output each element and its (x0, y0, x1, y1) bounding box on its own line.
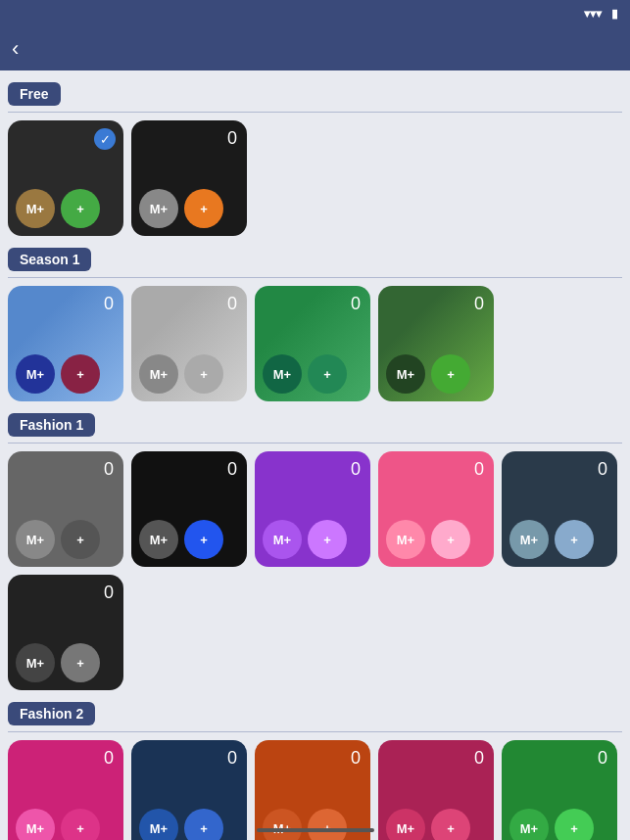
theme-card-f2-5[interactable]: 0M++ (502, 740, 617, 840)
btn-memory-free-1[interactable]: M+ (16, 189, 55, 228)
btn-add-f2-5[interactable]: + (555, 809, 594, 840)
theme-count-f1-3: 0 (351, 459, 361, 480)
btn-add-f2-3[interactable]: + (308, 809, 347, 840)
divider-fashion2 (8, 731, 622, 732)
btn-add-free-1[interactable]: + (61, 189, 100, 228)
btn-memory-f1-6[interactable]: M+ (16, 643, 55, 682)
theme-card-f2-2[interactable]: 0M++ (131, 740, 247, 840)
btn-memory-season-1[interactable]: M+ (16, 354, 55, 394)
btn-add-f1-1[interactable]: + (61, 520, 100, 559)
buttons-f1-6: M++ (16, 643, 116, 682)
theme-count-season-2: 0 (227, 294, 237, 314)
theme-card-f1-3[interactable]: 0M++ (255, 451, 370, 567)
theme-grid-season1: 0M++0M++0M++0M++ (8, 286, 622, 401)
btn-memory-season-2[interactable]: M+ (139, 354, 178, 394)
theme-card-season-2[interactable]: 0M++ (131, 286, 247, 401)
btn-add-f1-2[interactable]: + (184, 520, 223, 559)
btn-add-f1-5[interactable]: + (555, 520, 594, 559)
btn-memory-season-4[interactable]: M+ (386, 354, 425, 394)
btn-memory-f1-3[interactable]: M+ (263, 520, 302, 559)
btn-memory-f2-4[interactable]: M+ (386, 809, 425, 840)
theme-count-f1-6: 0 (104, 583, 114, 603)
buttons-f2-5: M++ (509, 809, 609, 840)
buttons-f1-3: M++ (263, 520, 363, 559)
btn-add-season-3[interactable]: + (308, 354, 347, 394)
theme-card-f2-3[interactable]: 0M++ (255, 740, 370, 840)
buttons-free-1: M++ (16, 189, 116, 228)
buttons-f1-5: M++ (509, 520, 609, 559)
buttons-f1-4: M++ (386, 520, 486, 559)
theme-count-season-1: 0 (104, 294, 114, 314)
divider-fashion1 (8, 443, 622, 443)
wifi-icon: ▾▾▾ (584, 7, 602, 21)
theme-grid-free: ✓M++0M++ (8, 120, 622, 236)
buttons-f1-1: M++ (16, 520, 116, 559)
buttons-f2-2: M++ (139, 809, 239, 840)
btn-add-season-2[interactable]: + (184, 354, 223, 394)
theme-card-season-1[interactable]: 0M++ (8, 286, 123, 401)
theme-card-f1-6[interactable]: 0M++ (8, 575, 123, 690)
theme-count-season-3: 0 (351, 294, 361, 314)
buttons-free-2: M++ (139, 189, 239, 228)
divider-free (8, 112, 622, 113)
nav-bar: ‹ (0, 27, 630, 70)
btn-add-f2-4[interactable]: + (431, 809, 470, 840)
theme-card-f1-5[interactable]: 0M++ (502, 451, 617, 567)
btn-add-f1-4[interactable]: + (431, 520, 470, 559)
theme-count-f2-3: 0 (351, 748, 361, 769)
btn-add-f2-1[interactable]: + (61, 809, 100, 840)
buttons-season-4: M++ (386, 354, 486, 394)
theme-count-f1-2: 0 (227, 459, 237, 480)
btn-add-free-2[interactable]: + (184, 189, 223, 228)
btn-add-season-4[interactable]: + (431, 354, 470, 394)
buttons-f1-2: M++ (139, 520, 239, 559)
theme-card-f2-4[interactable]: 0M++ (378, 740, 494, 840)
btn-add-f1-3[interactable]: + (308, 520, 347, 559)
buttons-f2-3: M++ (263, 809, 363, 840)
section-label-fashion2: Fashion 2 (8, 702, 95, 725)
theme-card-f1-2[interactable]: 0M++ (131, 451, 247, 567)
btn-memory-f2-1[interactable]: M+ (16, 809, 55, 840)
btn-memory-f2-2[interactable]: M+ (139, 809, 178, 840)
btn-add-f1-6[interactable]: + (61, 643, 100, 682)
btn-memory-f1-4[interactable]: M+ (386, 520, 425, 559)
theme-count-f1-4: 0 (474, 459, 484, 480)
theme-card-free-2[interactable]: 0M++ (131, 120, 247, 236)
buttons-f2-1: M++ (16, 809, 116, 840)
theme-count-f1-1: 0 (104, 459, 114, 480)
divider-season1 (8, 277, 622, 278)
theme-card-f1-1[interactable]: 0M++ (8, 451, 123, 567)
theme-count-f2-2: 0 (227, 748, 237, 769)
theme-card-season-4[interactable]: 0M++ (378, 286, 494, 401)
btn-add-f2-2[interactable]: + (184, 809, 223, 840)
btn-memory-f1-5[interactable]: M+ (509, 520, 549, 559)
btn-memory-f1-1[interactable]: M+ (16, 520, 55, 559)
btn-memory-f2-5[interactable]: M+ (509, 809, 549, 840)
section-label-free: Free (8, 82, 61, 106)
theme-count-f2-1: 0 (104, 748, 114, 769)
content-area: Free✓M++0M++Season 10M++0M++0M++0M++Fash… (0, 70, 630, 840)
theme-card-f2-1[interactable]: 0M++ (8, 740, 123, 840)
theme-card-free-1[interactable]: ✓M++ (8, 120, 123, 236)
back-button[interactable]: ‹ (12, 36, 19, 62)
buttons-season-1: M++ (16, 354, 116, 394)
status-bar: ▾▾▾ ▮ (0, 0, 630, 27)
battery-icon: ▮ (611, 7, 618, 21)
btn-memory-free-2[interactable]: M+ (139, 189, 178, 228)
buttons-f2-4: M++ (386, 809, 486, 840)
buttons-season-2: M++ (139, 354, 239, 394)
btn-memory-f1-2[interactable]: M+ (139, 520, 178, 559)
theme-card-f1-4[interactable]: 0M++ (378, 451, 494, 567)
theme-card-season-3[interactable]: 0M++ (255, 286, 370, 401)
section-label-fashion1: Fashion 1 (8, 413, 95, 437)
btn-memory-season-3[interactable]: M+ (263, 354, 302, 394)
theme-count-f2-5: 0 (598, 748, 607, 769)
btn-add-season-1[interactable]: + (61, 354, 100, 394)
theme-count-free-2: 0 (227, 128, 237, 149)
btn-memory-f2-3[interactable]: M+ (263, 809, 302, 840)
section-label-season1: Season 1 (8, 248, 91, 271)
home-indicator (257, 828, 374, 832)
theme-count-f2-4: 0 (474, 748, 484, 769)
selected-check-free-1: ✓ (94, 128, 116, 150)
theme-count-season-4: 0 (474, 294, 484, 314)
